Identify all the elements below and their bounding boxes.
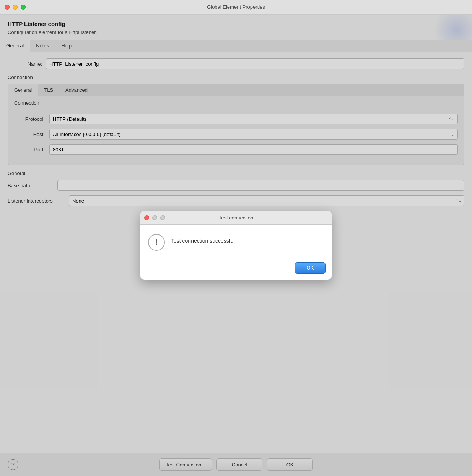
modal-overlay: Test connection ! Test connection succes… [0, 15, 472, 476]
window-controls[interactable] [5, 5, 26, 10]
modal-title: Test connection [219, 215, 253, 221]
modal-traffic-buttons[interactable] [144, 215, 165, 220]
main-window: HTTP Listener config Configuration eleme… [0, 15, 472, 476]
modal-ok-button[interactable]: OK [295, 262, 326, 274]
window-title: Global Element Properties [207, 4, 265, 10]
modal-body: ! Test connection successful [140, 225, 332, 258]
title-bar: Global Element Properties [0, 0, 472, 15]
modal-min-button[interactable] [152, 215, 157, 220]
modal-footer: OK [140, 258, 332, 280]
maximize-button[interactable] [21, 5, 26, 10]
modal-dialog: Test connection ! Test connection succes… [140, 211, 332, 280]
modal-message: Test connection successful [171, 234, 235, 244]
close-button[interactable] [5, 5, 10, 10]
modal-icon: ! [148, 234, 165, 251]
modal-max-button[interactable] [160, 215, 165, 220]
minimize-button[interactable] [13, 5, 18, 10]
modal-title-bar: Test connection [140, 211, 332, 225]
modal-close-button[interactable] [144, 215, 149, 220]
